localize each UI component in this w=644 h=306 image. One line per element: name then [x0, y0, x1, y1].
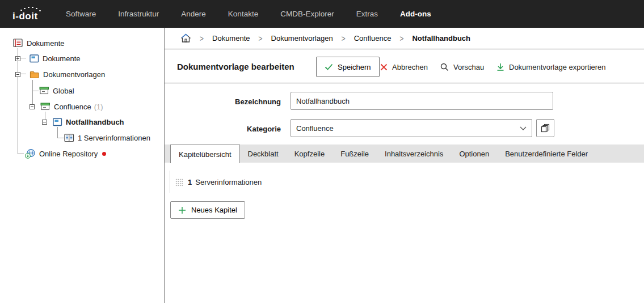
tree-item-label: Dokumente — [27, 39, 64, 48]
globe-download-icon — [25, 148, 36, 159]
tree-item-label: Confluence — [54, 103, 91, 111]
tree-item-dokumentvorlagen[interactable]: Dokumentvorlagen — [15, 69, 105, 79]
nav-item-infrastruktur[interactable]: Infrastruktur — [118, 10, 159, 18]
breadcrumb: > Dokumente > Dokumentvorlagen > Conflue… — [165, 28, 644, 49]
nav-item-addons[interactable]: Add-ons — [400, 10, 431, 18]
tab-kopfzeile[interactable]: Kopfzeile — [287, 144, 332, 163]
nav-item-extras[interactable]: Extras — [356, 10, 378, 18]
chevron-down-icon — [520, 126, 527, 130]
category-select[interactable]: Confluence — [291, 119, 532, 137]
breadcrumb-separator: > — [200, 33, 204, 44]
home-icon[interactable] — [180, 33, 191, 43]
tab-benutzerdefinierte-felder[interactable]: Benutzerdefinierte Felder — [497, 144, 596, 163]
breadcrumb-dokumentvorlagen[interactable]: Dokumentvorlagen — [271, 34, 333, 42]
tree-guide-line — [57, 127, 58, 138]
name-field-label: Bezeichnung — [165, 97, 281, 106]
drag-handle-icon[interactable] — [175, 178, 183, 186]
tab-kapiteluebersicht[interactable]: Kapitelübersicht — [170, 144, 240, 163]
breadcrumb-separator: > — [399, 33, 403, 44]
tree-item-global[interactable]: Global — [39, 86, 74, 96]
tree-item-dokumente[interactable]: Dokumente — [15, 53, 80, 63]
logo-dot — [24, 8, 26, 10]
breadcrumb-dokumente[interactable]: Dokumente — [212, 34, 250, 42]
breadcrumb-separator: > — [259, 33, 263, 44]
export-button-label: Dokumentvorlage exportieren — [509, 63, 606, 71]
category-selected-value: Confluence — [296, 124, 334, 133]
nav-item-kontakte[interactable]: Kontakte — [228, 10, 258, 18]
magnifier-icon — [440, 63, 449, 71]
tree-item-dokumente-root[interactable]: Dokumente — [13, 38, 64, 48]
cancel-button[interactable]: Abbrechen — [380, 57, 428, 77]
document-blue-icon — [53, 118, 62, 126]
logo-dot — [32, 7, 33, 8]
main-panel: > Dokumente > Dokumentvorlagen > Conflue… — [165, 28, 644, 306]
tree-item-label: Notfallhandbuch — [66, 118, 124, 126]
nav-item-andere[interactable]: Andere — [181, 10, 206, 18]
tree-item-label: Online Repository — [39, 150, 98, 158]
navbar-menu: Software Infrastruktur Andere Kontakte C… — [66, 10, 431, 18]
collapse-icon[interactable] — [15, 72, 20, 77]
logo-dot — [36, 8, 37, 10]
chapter-number: 1 — [188, 178, 192, 186]
tree-guide-line — [18, 48, 18, 154]
breadcrumb-confluence[interactable]: Confluence — [354, 34, 392, 42]
download-icon — [496, 63, 504, 71]
book-blue-icon — [64, 134, 74, 142]
copy-category-button[interactable] — [536, 119, 554, 137]
preview-button-label: Vorschau — [453, 63, 484, 71]
category-field-label: Kategorie — [165, 125, 281, 133]
x-icon — [380, 63, 388, 71]
tree-item-online-repository[interactable]: Online Repository — [25, 148, 106, 159]
sidebar-tree: Dokumente Dokumente Dokumentvorlagen Glo… — [0, 28, 164, 306]
expand-icon[interactable] — [15, 56, 20, 61]
breadcrumb-separator: > — [342, 33, 346, 44]
tree-item-label: Dokumente — [43, 54, 80, 63]
tree-item-notfallhandbuch[interactable]: Notfallhandbuch — [42, 117, 124, 127]
breadcrumb-notfallhandbuch: Notfallhandbuch — [412, 34, 470, 42]
add-chapter-button[interactable]: Neues Kapitel — [170, 201, 245, 219]
page-title: Dokumentvorlage bearbeiten — [177, 62, 294, 71]
nav-item-software[interactable]: Software — [66, 10, 96, 18]
logo-dot — [28, 7, 30, 8]
tree-guide-line — [32, 91, 39, 91]
collapse-icon[interactable] — [42, 120, 47, 125]
save-button[interactable]: Speichern — [316, 57, 380, 77]
tab-fusszeile[interactable]: Fußzeile — [332, 144, 377, 163]
tree-guide-line — [18, 154, 24, 154]
logo-dot — [39, 10, 41, 12]
tab-inhaltsverzeichnis[interactable]: Inhaltsverzeichnis — [377, 144, 451, 163]
chapter-title: Serverinformationen — [195, 178, 262, 186]
preview-button[interactable]: Vorschau — [440, 57, 484, 77]
template-green-icon — [39, 87, 49, 95]
tree-item-label: Dokumentvorlagen — [43, 70, 105, 79]
tree-item-serverinformationen[interactable]: 1 Serverinformationen — [64, 133, 150, 143]
idoit-logo[interactable]: i-doit — [12, 5, 49, 23]
notification-dot — [102, 152, 106, 156]
tab-bar: Kapitelübersicht Deckblatt Kopfzeile Fuß… — [165, 144, 644, 163]
tree-item-count: (1) — [94, 103, 103, 111]
plus-icon — [178, 206, 186, 214]
collapse-icon[interactable] — [30, 104, 35, 109]
export-button[interactable]: Dokumentvorlage exportieren — [496, 57, 606, 77]
tree-item-label: Global — [53, 87, 74, 95]
check-icon — [325, 63, 333, 70]
cancel-button-label: Abbrechen — [392, 63, 428, 71]
tab-optionen[interactable]: Optionen — [451, 144, 497, 163]
add-chapter-label: Neues Kapitel — [191, 206, 237, 214]
save-button-label: Speichern — [338, 63, 371, 71]
book-red-icon — [13, 39, 23, 48]
template-green-icon — [40, 103, 50, 110]
tab-deckblatt[interactable]: Deckblatt — [240, 144, 287, 163]
logo-text: i-doit — [12, 11, 38, 22]
folder-icon — [30, 70, 40, 79]
tree-guide-line — [57, 138, 64, 138]
top-navbar: i-doit Software Infrastruktur Andere Kon… — [0, 0, 644, 28]
document-blue-icon — [30, 54, 39, 63]
nav-item-cmdb-explorer[interactable]: CMDB-Explorer — [280, 10, 334, 18]
template-form: Bezeichnung Kategorie Confluence — [165, 84, 644, 144]
tree-item-confluence[interactable]: Confluence (1) — [30, 101, 103, 112]
action-bar: Dokumentvorlage bearbeiten Speichern Abb… — [165, 50, 644, 83]
tree-item-label: 1 Serverinformationen — [78, 134, 150, 142]
name-input[interactable] — [291, 92, 553, 110]
chapter-list-item[interactable]: 1 Serverinformationen — [170, 171, 262, 193]
